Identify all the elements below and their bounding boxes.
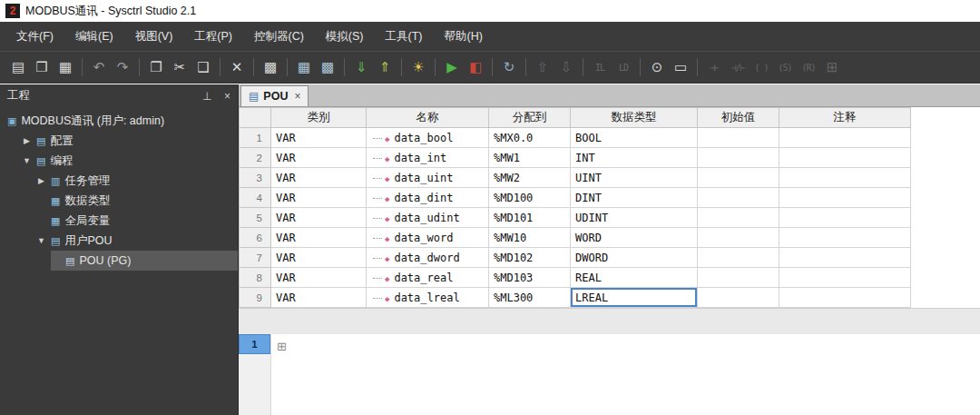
type-cell[interactable]: UINT	[571, 168, 698, 188]
redo-icon[interactable]: ↷	[112, 56, 133, 78]
tree-item-data-types[interactable]: ▦数据类型	[0, 191, 238, 211]
save-icon[interactable]: ▦	[54, 56, 76, 78]
col-header-address[interactable]: 分配到	[489, 108, 571, 128]
code-body[interactable]: ⊞	[271, 334, 980, 415]
tree-item-global-vars[interactable]: ▦全局变量	[0, 211, 238, 231]
comment-cell[interactable]	[779, 228, 911, 248]
col-header-type[interactable]: 数据类型	[571, 108, 698, 128]
type-cell[interactable]: INT	[571, 148, 698, 168]
type-cell[interactable]: LREAL	[571, 288, 698, 308]
name-cell[interactable]: ◆data_word	[367, 228, 489, 248]
tab-pou[interactable]: ▤ POU ×	[240, 85, 309, 106]
pin-icon[interactable]: ⊥	[202, 90, 211, 103]
row-number-cell[interactable]: 7	[240, 248, 271, 268]
col-header-comment[interactable]: 注释	[779, 108, 911, 128]
name-cell[interactable]: ◆data_dword	[367, 248, 489, 268]
category-cell[interactable]: VAR	[271, 228, 367, 248]
tab-close-icon[interactable]: ×	[294, 90, 300, 103]
category-cell[interactable]: VAR	[271, 168, 367, 188]
type-cell[interactable]: DINT	[571, 188, 698, 208]
export-library-icon[interactable]: ⇑	[374, 56, 396, 78]
type-cell[interactable]: BOOL	[571, 128, 698, 148]
online-icon[interactable]: ◧	[465, 56, 486, 78]
init-value-cell[interactable]	[698, 248, 779, 268]
contact-nc-icon[interactable]: ⊣/⊢	[727, 56, 749, 78]
tree-item-config[interactable]: ▶▤配置	[0, 131, 238, 151]
address-cell[interactable]: %MD100	[489, 188, 571, 208]
tree-item-task-management[interactable]: ▶▥任务管理	[0, 171, 238, 191]
tree-root-project[interactable]: ▣MODBUS通讯 (用户: admin)	[0, 111, 238, 131]
name-cell[interactable]: ◆data_real	[367, 268, 489, 288]
network-icon[interactable]: ⊞	[821, 56, 843, 78]
category-cell[interactable]: VAR	[271, 188, 367, 208]
code-line-number[interactable]: 1	[239, 334, 270, 354]
category-cell[interactable]: VAR	[271, 128, 367, 148]
row-number-cell[interactable]: 1	[240, 128, 271, 148]
name-cell[interactable]: ◆data_dint	[367, 188, 489, 208]
type-cell[interactable]: WORD	[571, 228, 698, 248]
comment-cell[interactable]	[779, 288, 911, 308]
name-cell[interactable]: ◆data_uint	[367, 168, 489, 188]
function-block-icon[interactable]: ▭	[670, 56, 691, 78]
menu-item-file[interactable]: 文件(F)	[5, 24, 64, 50]
category-cell[interactable]: VAR	[271, 288, 367, 308]
comment-cell[interactable]	[779, 268, 911, 288]
set-coil-icon[interactable]: (S)	[774, 56, 796, 78]
menu-item-controller[interactable]: 控制器(C)	[243, 24, 315, 50]
name-cell[interactable]: ◆data_lreal	[367, 288, 489, 308]
init-value-cell[interactable]	[698, 288, 779, 308]
menu-item-edit[interactable]: 编辑(E)	[64, 24, 124, 50]
copy-icon[interactable]: ❐	[145, 56, 167, 78]
coil-icon[interactable]: ( )	[750, 56, 772, 78]
category-cell[interactable]: VAR	[271, 148, 367, 168]
name-cell[interactable]: ◆data_bool	[367, 128, 489, 148]
sync-icon[interactable]: ↻	[498, 56, 520, 78]
comment-cell[interactable]	[779, 208, 911, 228]
category-cell[interactable]: VAR	[271, 248, 367, 268]
tree-expander-icon[interactable]: ▼	[22, 156, 32, 165]
col-header-name[interactable]: 名称	[367, 108, 489, 128]
address-cell[interactable]: %MD103	[489, 268, 571, 288]
open-project-icon[interactable]: ❒	[31, 56, 53, 78]
comment-cell[interactable]	[779, 248, 911, 268]
address-cell[interactable]: %MD101	[489, 208, 571, 228]
tree-item-pou[interactable]: ▤POU (PG)	[0, 251, 238, 271]
move-up-icon[interactable]: ⇧	[532, 56, 554, 78]
monitor-icon[interactable]: ⊙	[646, 56, 668, 78]
row-number-cell[interactable]: 6	[240, 228, 271, 248]
tree-expander-icon[interactable]: ▶	[36, 176, 46, 185]
address-cell[interactable]: %MW10	[489, 228, 571, 248]
ld-view-icon[interactable]: LD	[612, 56, 634, 78]
col-header-category[interactable]: 类别	[271, 108, 367, 128]
il-view-icon[interactable]: IL	[589, 56, 611, 78]
address-cell[interactable]: %MX0.0	[489, 128, 571, 148]
row-number-cell[interactable]: 2	[240, 148, 271, 168]
init-value-cell[interactable]	[698, 208, 779, 228]
menu-item-help[interactable]: 帮助(H)	[433, 24, 493, 50]
tree-item-user-pou[interactable]: ▼▤用户POU	[0, 231, 238, 251]
comment-cell[interactable]	[779, 148, 911, 168]
comment-cell[interactable]	[779, 128, 911, 148]
type-cell[interactable]: DWORD	[571, 248, 698, 268]
init-value-cell[interactable]	[698, 188, 779, 208]
name-cell[interactable]: ◆data_udint	[367, 208, 489, 228]
row-number-cell[interactable]: 8	[240, 268, 271, 288]
rebuild-icon[interactable]: ▩	[317, 56, 338, 78]
menu-item-simulation[interactable]: 模拟(S)	[315, 24, 375, 50]
library-icon[interactable]: ▩	[260, 56, 281, 78]
comment-cell[interactable]	[779, 188, 911, 208]
delete-icon[interactable]: ✕	[226, 56, 248, 78]
row-number-cell[interactable]: 5	[240, 208, 271, 228]
menu-item-tools[interactable]: 工具(T)	[375, 24, 434, 50]
tree-item-programming[interactable]: ▼▤编程	[0, 151, 238, 171]
category-cell[interactable]: VAR	[271, 268, 367, 288]
expand-box-icon[interactable]: ⊞	[277, 340, 287, 353]
debug-icon[interactable]: ☀	[407, 56, 429, 78]
comment-cell[interactable]	[779, 168, 911, 188]
tree-expander-icon[interactable]: ▼	[36, 236, 46, 245]
reset-coil-icon[interactable]: (R)	[798, 56, 819, 78]
new-file-icon[interactable]: ▤	[7, 56, 29, 78]
tree-expander-icon[interactable]: ▶	[22, 136, 32, 145]
cut-icon[interactable]: ✂	[169, 56, 191, 78]
move-down-icon[interactable]: ⇩	[555, 56, 577, 78]
